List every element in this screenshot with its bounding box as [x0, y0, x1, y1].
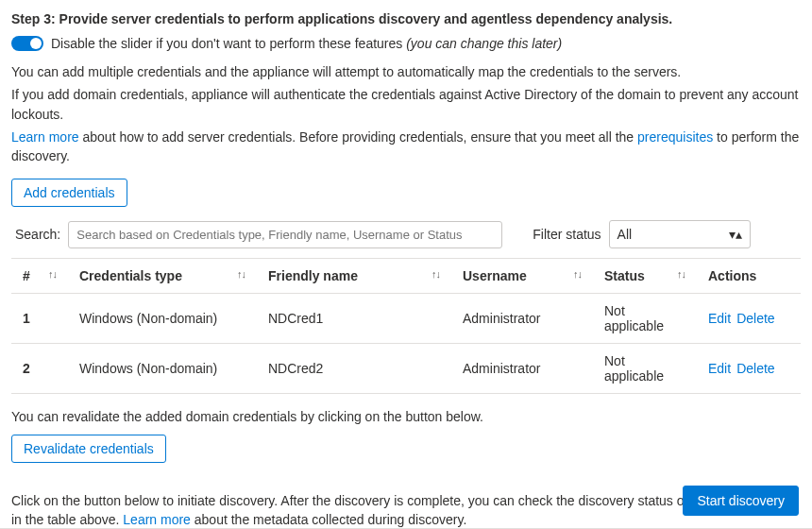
delete-link[interactable]: Delete	[736, 311, 774, 326]
cell-friendly: NDCred2	[257, 344, 451, 394]
table-header-row: #↑↓ Credentials type↑↓ Friendly name↑↓ U…	[11, 259, 801, 294]
th-type[interactable]: Credentials type↑↓	[68, 259, 257, 294]
toggle-label: Disable the slider if you don't want to …	[51, 36, 562, 51]
revalidate-credentials-button[interactable]: Revalidate credentials	[11, 435, 166, 463]
toggle-knob	[30, 38, 42, 49]
step-title: Step 3: Provide server credentials to pe…	[11, 11, 801, 26]
table-row: 2 Windows (Non-domain) NDCred2 Administr…	[11, 344, 801, 394]
cell-username: Administrator	[451, 294, 593, 344]
cell-username: Administrator	[451, 344, 593, 394]
prerequisites-link[interactable]: prerequisites	[637, 129, 713, 145]
cell-status: Not applicable	[593, 294, 697, 344]
start-discovery-button[interactable]: Start discovery	[683, 486, 799, 516]
cell-friendly: NDCred1	[257, 294, 451, 344]
cell-num: 1	[11, 294, 68, 344]
th-status[interactable]: Status↑↓	[593, 259, 697, 294]
cell-actions: EditDelete	[697, 344, 801, 394]
revalidate-text: You can revalidate the added domain cred…	[11, 407, 801, 426]
footer: Start discovery	[683, 486, 799, 516]
sort-icon[interactable]: ↑↓	[573, 268, 582, 280]
filter-status-value: All	[617, 227, 633, 242]
search-filter-row: Search: Filter status All ▾▴	[11, 220, 801, 248]
th-username[interactable]: Username↑↓	[451, 259, 593, 294]
table-row: 1 Windows (Non-domain) NDCred1 Administr…	[11, 294, 801, 344]
discovery-text-post: about the metadata collected during disc…	[191, 512, 466, 527]
search-input[interactable]	[68, 221, 502, 248]
intro-line-1: You can add multiple credentials and the…	[11, 62, 801, 81]
select-updown-icon: ▾▴	[729, 227, 742, 242]
sort-icon[interactable]: ↑↓	[237, 268, 245, 280]
th-type-label: Credentials type	[79, 268, 182, 283]
delete-link[interactable]: Delete	[736, 361, 774, 376]
th-username-label: Username	[463, 268, 527, 283]
search-label: Search:	[15, 227, 60, 242]
th-num-label: #	[23, 268, 30, 283]
th-actions: Actions	[697, 259, 801, 294]
learn-more-credentials-link[interactable]: Learn more	[11, 129, 79, 145]
th-friendly-label: Friendly name	[268, 268, 358, 283]
th-friendly[interactable]: Friendly name↑↓	[257, 259, 451, 294]
filter-status-label: Filter status	[533, 227, 601, 242]
cell-num: 2	[11, 344, 68, 394]
toggle-row: Disable the slider if you don't want to …	[11, 36, 801, 51]
credentials-table: #↑↓ Credentials type↑↓ Friendly name↑↓ U…	[11, 258, 801, 394]
intro-line-2: If you add domain credentials, appliance…	[11, 85, 801, 124]
edit-link[interactable]: Edit	[708, 311, 731, 326]
toggle-label-text: Disable the slider if you don't want to …	[51, 36, 406, 51]
sort-icon[interactable]: ↑↓	[48, 268, 57, 280]
intro-line-3a: about how to add server credentials. Bef…	[79, 129, 637, 145]
th-num[interactable]: #↑↓	[11, 259, 68, 294]
th-status-label: Status	[604, 268, 645, 283]
feature-toggle[interactable]	[11, 36, 43, 51]
add-credentials-button[interactable]: Add credentials	[11, 179, 127, 207]
filter-status-select[interactable]: All ▾▴	[609, 220, 751, 248]
edit-link[interactable]: Edit	[708, 361, 731, 376]
intro-line-3: Learn more about how to add server crede…	[11, 128, 801, 166]
learn-more-metadata-link[interactable]: Learn more	[123, 512, 191, 527]
sort-icon[interactable]: ↑↓	[431, 268, 440, 280]
cell-actions: EditDelete	[697, 294, 801, 344]
cell-type: Windows (Non-domain)	[68, 294, 257, 344]
cell-type: Windows (Non-domain)	[68, 344, 257, 394]
cell-status: Not applicable	[593, 344, 697, 394]
sort-icon[interactable]: ↑↓	[677, 268, 685, 280]
toggle-label-em: (you can change this later)	[406, 36, 562, 51]
